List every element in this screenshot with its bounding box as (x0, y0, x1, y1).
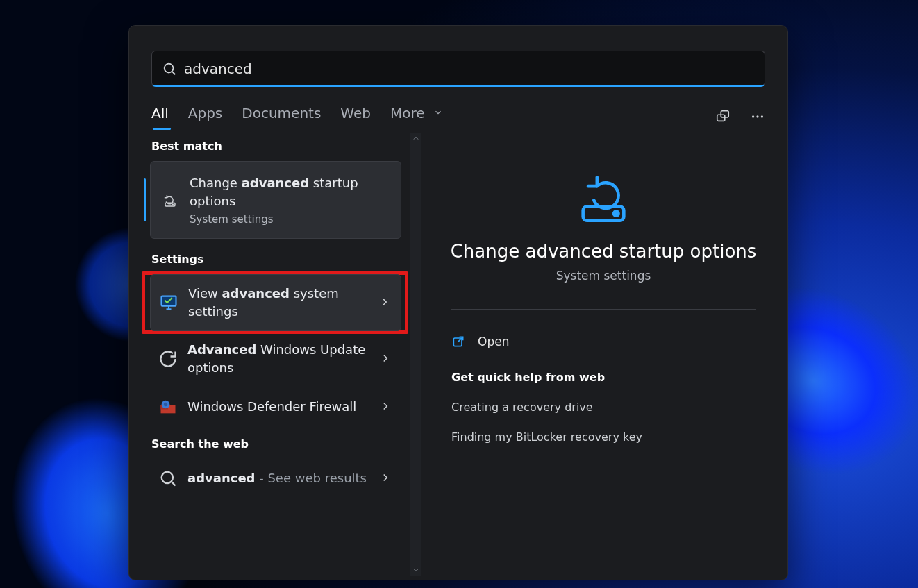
scroll-down-button[interactable] (410, 564, 421, 576)
result-advanced-windows-update[interactable]: Advanced Windows Update options (150, 331, 401, 387)
svg-line-1 (172, 72, 175, 74)
detail-pane: Change advanced startup options System s… (439, 133, 768, 576)
chevron-right-icon[interactable] (379, 352, 393, 366)
result-best-match[interactable]: Change advanced startup options System s… (150, 161, 401, 239)
scrollbar-track[interactable] (410, 133, 421, 576)
section-best-match: Best match (151, 140, 401, 153)
result-title: Advanced Windows Update options (187, 341, 369, 377)
detail-subtitle: System settings (446, 269, 761, 283)
chevron-down-icon (433, 104, 443, 121)
chevron-right-icon[interactable] (378, 296, 392, 310)
svg-point-16 (162, 471, 173, 482)
result-windows-defender-firewall[interactable]: Windows Defender Firewall (150, 387, 401, 426)
recovery-icon (160, 190, 180, 210)
quick-help-title: Get quick help from web (451, 371, 756, 384)
svg-point-5 (756, 115, 758, 117)
chat-icon[interactable] (715, 109, 731, 124)
svg-point-4 (752, 115, 754, 117)
chevron-right-icon[interactable] (379, 471, 393, 485)
chevron-right-icon[interactable] (379, 400, 393, 414)
tab-documents[interactable]: Documents (242, 105, 321, 128)
scroll-up-button[interactable] (410, 133, 421, 144)
result-search-web-advanced[interactable]: advanced - See web results (150, 459, 401, 498)
search-bar[interactable] (151, 51, 765, 87)
open-action[interactable]: Open (451, 328, 756, 353)
svg-point-8 (172, 204, 174, 205)
section-search-web: Search the web (151, 437, 401, 451)
svg-point-15 (164, 402, 167, 405)
open-label: Open (478, 335, 509, 348)
recovery-icon (565, 165, 642, 228)
result-subtitle: System settings (190, 213, 391, 226)
svg-line-17 (172, 482, 175, 485)
result-title: Windows Defender Firewall (187, 398, 369, 416)
start-search-flyout: All Apps Documents Web More (128, 25, 788, 580)
search-icon (158, 469, 178, 488)
firewall-icon (158, 397, 178, 417)
open-external-icon (451, 335, 465, 348)
svg-point-0 (165, 63, 174, 72)
tab-apps[interactable]: Apps (188, 105, 223, 128)
detail-title: Change advanced startup options (446, 241, 761, 262)
more-icon[interactable] (750, 109, 765, 124)
section-settings: Settings (151, 253, 401, 266)
tab-more-label: More (390, 105, 425, 121)
results-column: Best match Change advanced startup optio… (129, 133, 421, 576)
tab-web[interactable]: Web (340, 105, 371, 128)
svg-point-6 (761, 115, 763, 117)
quick-link-bitlocker-key[interactable]: Finding my BitLocker recovery key (451, 422, 756, 452)
result-title: advanced - See web results (187, 469, 369, 487)
svg-point-19 (614, 211, 618, 215)
search-input[interactable] (184, 60, 755, 77)
tabs-row: All Apps Documents Web More (129, 99, 787, 133)
quick-link-recovery-drive[interactable]: Creating a recovery drive (451, 392, 756, 422)
tab-more[interactable]: More (390, 105, 443, 128)
search-icon (162, 61, 177, 76)
result-view-advanced-system-settings[interactable]: View advanced system settings (150, 274, 401, 331)
result-title: View advanced system settings (188, 285, 369, 321)
refresh-icon (158, 349, 178, 369)
monitor-icon (159, 293, 178, 312)
result-title: Change advanced startup options (190, 174, 391, 210)
tab-all[interactable]: All (151, 105, 169, 128)
detail-divider (451, 309, 756, 310)
